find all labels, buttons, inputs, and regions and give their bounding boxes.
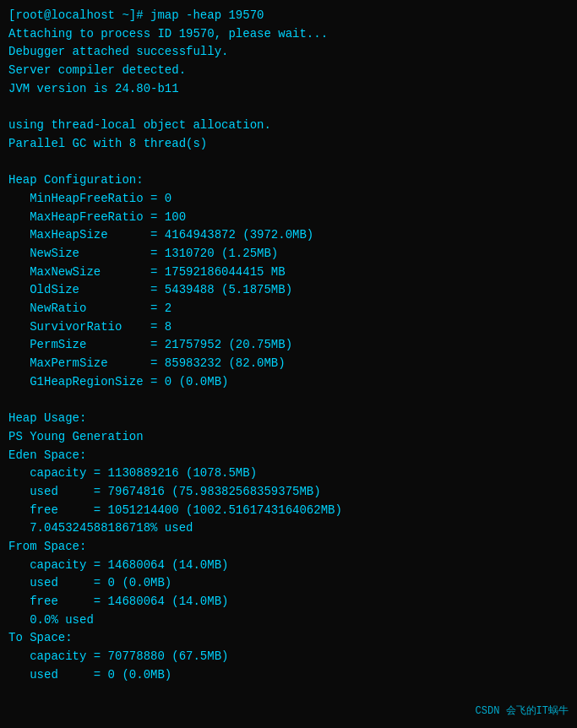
terminal-output: [root@localhost ~]# jmap -heap 19570 Att… [8,7,569,684]
watermark: CSDN 会飞的IT蜗牛 [476,704,569,720]
